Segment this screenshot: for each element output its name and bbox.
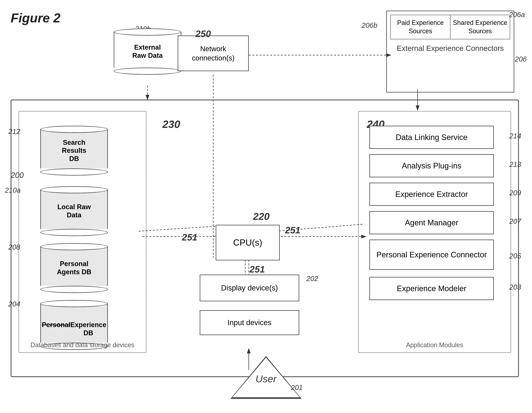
paid-exp-sources-label: Paid Experience Sources — [397, 19, 444, 35]
cpu-label: CPU(s) — [233, 237, 262, 248]
agent-manager-label: Agent Manager — [405, 218, 458, 227]
experience-modeler-label: Experience Modeler — [397, 284, 466, 293]
annot-230: 230 — [162, 118, 180, 130]
annot-209: 209 — [509, 189, 521, 197]
input-devices-label: Input devices — [228, 318, 272, 328]
pe-cyl-top — [40, 300, 108, 307]
figure-label: Figure 2 — [11, 11, 60, 25]
lrd-cyl-bottom — [40, 229, 108, 236]
sr-cyl-top — [40, 126, 108, 133]
main-system-box: 212 SearchResultsDB 210a Local RawData 2… — [11, 100, 519, 377]
data-linking-service-label: Data Linking Service — [396, 133, 467, 142]
annot-212: 212 — [8, 128, 20, 136]
annot-251b: 251 — [285, 225, 301, 236]
personal-experience-connector-box: Personal Experience Connector — [370, 240, 494, 270]
app-section-label: Application Modules — [359, 341, 511, 349]
experience-extractor-label: Experience Extractor — [395, 190, 468, 199]
annot-202: 202 — [306, 275, 318, 283]
annot-206b: 206b — [361, 21, 377, 29]
annot-205: 205 — [509, 252, 521, 260]
shared-exp-sources-cell: Shared Experience Sources — [450, 15, 510, 39]
pe-cyl-body: PersonalExperienceDB — [40, 304, 108, 343]
paid-exp-sources-cell: Paid Experience Sources — [390, 15, 450, 39]
display-device-label: Display device(s) — [221, 283, 278, 293]
personal-agents-db: PersonalAgents DB — [40, 243, 108, 293]
databases-box: 212 SearchResultsDB 210a Local RawData 2… — [19, 111, 146, 353]
annot-203: 203 — [509, 283, 521, 291]
pa-cyl-top — [40, 243, 108, 250]
personal-experience-connector-label: Personal Experience Connector — [376, 250, 487, 259]
ext-experience-connectors-box: Paid Experience Sources Shared Experienc… — [386, 11, 514, 92]
pa-cyl-body: PersonalAgents DB — [40, 247, 108, 286]
annot-200: 200 — [11, 171, 24, 180]
sr-cyl-body: SearchResultsDB — [40, 129, 108, 168]
annot-204: 204 — [8, 300, 20, 308]
cylinder-body: ExternalRaw Data — [114, 32, 181, 68]
annot-201: 201 — [291, 384, 303, 392]
db-section-label: Databases and data storage devices — [19, 341, 146, 349]
data-linking-service-box: Data Linking Service — [370, 126, 494, 149]
agent-manager-box: Agent Manager — [370, 211, 494, 234]
annot-206a: 206a — [509, 11, 525, 19]
network-connection-label: Network connection(s) — [178, 44, 248, 63]
user-label: User — [256, 373, 276, 384]
display-device-box: Display device(s) — [200, 275, 299, 301]
analysis-plugins-box: Analysis Plug-ins — [370, 154, 494, 177]
cylinder-bottom — [114, 68, 181, 75]
network-connection-box: Network connection(s) — [178, 36, 249, 71]
annot-251a: 251 — [182, 232, 197, 243]
cpu-box: CPU(s) — [216, 225, 280, 260]
annot-220: 220 — [253, 211, 270, 222]
lrd-cyl-top — [40, 186, 108, 193]
shared-exp-sources-label: Shared Experience Sources — [453, 19, 507, 35]
ext-exp-inner: Paid Experience Sources Shared Experienc… — [390, 15, 510, 39]
lrd-cyl-body: Local RawData — [40, 190, 108, 229]
cylinder-top — [114, 29, 181, 36]
experience-extractor-box: Experience Extractor — [370, 183, 494, 206]
analysis-plugins-label: Analysis Plug-ins — [402, 161, 461, 170]
search-results-db: SearchResultsDB — [40, 126, 108, 176]
pa-cyl-bottom — [40, 286, 108, 293]
annot-213: 213 — [509, 160, 521, 168]
annot-214: 214 — [509, 132, 521, 140]
annot-210a: 210a — [5, 186, 21, 194]
annot-251c: 251 — [249, 264, 265, 275]
local-raw-data-db: Local RawData — [40, 186, 108, 236]
annot-207: 207 — [509, 217, 521, 225]
application-modules-box: Data Linking Service 214 Analysis Plug-i… — [358, 111, 511, 353]
external-raw-data-cylinder: ExternalRaw Data — [114, 29, 181, 75]
ext-exp-connectors-label: External Experience Connectors — [387, 44, 514, 53]
sr-cyl-bottom — [40, 168, 108, 176]
annot-206: 206 — [515, 55, 527, 63]
experience-modeler-box: Experience Modeler — [370, 277, 494, 300]
annot-250: 250 — [195, 29, 211, 39]
annot-208: 208 — [8, 243, 20, 251]
input-devices-box: Input devices — [200, 310, 299, 335]
